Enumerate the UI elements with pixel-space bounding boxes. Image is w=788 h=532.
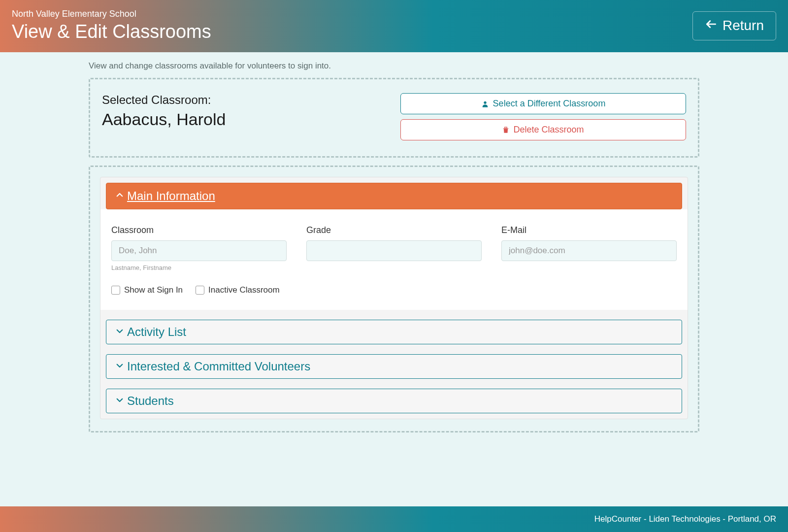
checkbox-box[interactable] [111, 286, 120, 295]
classroom-label: Classroom [111, 225, 287, 235]
checkbox-row: Show at Sign In Inactive Classroom [111, 285, 677, 295]
main-information-label: Main Information [127, 189, 215, 203]
grade-input[interactable] [306, 240, 482, 261]
return-button[interactable]: Return [692, 11, 776, 40]
delete-classroom-label: Delete Classroom [513, 125, 584, 135]
page-title: View & Edit Classrooms [12, 21, 211, 42]
delete-classroom-button[interactable]: Delete Classroom [400, 119, 686, 140]
interested-volunteers-label: Interested & Committed Volunteers [127, 360, 310, 373]
selected-classroom-label: Selected Classroom: [102, 93, 226, 107]
person-icon [481, 100, 489, 108]
chevron-down-icon [115, 396, 124, 407]
selected-classroom-name: Aabacus, Harold [102, 110, 226, 129]
form-row: Classroom Lastname, Firstname Grade E-Ma… [111, 225, 677, 271]
classroom-field-group: Classroom Lastname, Firstname [111, 225, 287, 271]
accordion-panel: Main Information Classroom Lastname, Fir… [100, 177, 688, 419]
chevron-down-icon [115, 361, 124, 372]
classroom-input[interactable] [111, 240, 287, 261]
checkbox-box[interactable] [196, 286, 204, 295]
students-label: Students [127, 394, 174, 408]
return-label: Return [722, 18, 764, 33]
svg-point-1 [484, 101, 486, 103]
interested-volunteers-header[interactable]: Interested & Committed Volunteers [106, 354, 682, 379]
trash-icon [502, 126, 509, 134]
footer: HelpCounter - Liden Technologies - Portl… [0, 506, 788, 532]
page-header: North Valley Elementary School View & Ed… [0, 0, 788, 52]
page-description: View and change classrooms available for… [89, 61, 699, 71]
arrow-left-icon [705, 18, 718, 34]
students-header[interactable]: Students [106, 389, 682, 413]
grade-label: Grade [306, 225, 482, 235]
classroom-actions: Select a Different Classroom Delete Clas… [400, 93, 686, 140]
email-field-group: E-Mail [501, 225, 677, 271]
selected-classroom-info: Selected Classroom: Aabacus, Harold [102, 93, 226, 129]
footer-text: HelpCounter - Liden Technologies - Portl… [594, 514, 776, 524]
chevron-up-icon [115, 191, 124, 202]
selected-classroom-box: Selected Classroom: Aabacus, Harold Sele… [89, 78, 699, 158]
inactive-classroom-label: Inactive Classroom [208, 285, 280, 295]
select-different-classroom-button[interactable]: Select a Different Classroom [400, 93, 686, 114]
school-name: North Valley Elementary School [12, 9, 211, 19]
show-at-signin-label: Show at Sign In [124, 285, 183, 295]
activity-list-header[interactable]: Activity List [106, 320, 682, 344]
accordion-container: Main Information Classroom Lastname, Fir… [89, 166, 699, 432]
email-label: E-Mail [501, 225, 677, 235]
classroom-helper: Lastname, Firstname [111, 264, 287, 271]
chevron-down-icon [115, 327, 124, 338]
main-information-body: Classroom Lastname, Firstname Grade E-Ma… [100, 209, 688, 310]
inactive-classroom-checkbox[interactable]: Inactive Classroom [196, 285, 280, 295]
grade-field-group: Grade [306, 225, 482, 271]
email-input[interactable] [501, 240, 677, 261]
activity-list-label: Activity List [127, 325, 186, 339]
select-different-label: Select a Different Classroom [493, 99, 606, 109]
show-at-signin-checkbox[interactable]: Show at Sign In [111, 285, 183, 295]
header-left: North Valley Elementary School View & Ed… [12, 9, 211, 42]
main-content: View and change classrooms available for… [0, 52, 788, 432]
main-information-header[interactable]: Main Information [106, 183, 682, 209]
